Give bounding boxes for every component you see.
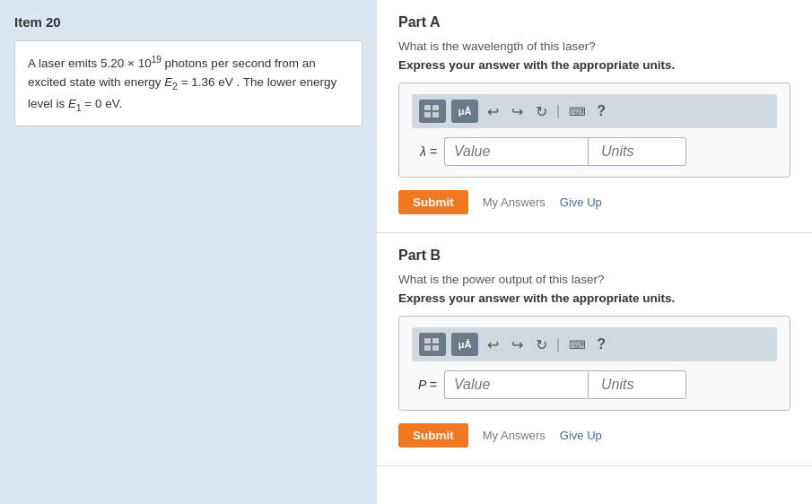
toolbar-separator: | [556, 103, 560, 119]
keyboard-icon: ⌨ [569, 105, 586, 118]
toolbar-separator-b: | [556, 336, 560, 352]
part-a-my-answers-link[interactable]: My Answers [483, 196, 546, 209]
undo-icon-b: ↩ [487, 336, 499, 353]
svg-rect-1 [432, 105, 439, 110]
part-b-grid-btn[interactable] [419, 333, 446, 356]
right-panel: Part A What is the wavelength of this la… [377, 0, 812, 504]
part-b-submit-button[interactable]: Submit [398, 423, 468, 448]
svg-rect-5 [432, 338, 439, 343]
part-b-toolbar: μÅ ↩ ↪ ↻ | ⌨ ? [412, 327, 777, 361]
part-a-toolbar: μÅ ↩ ↪ ↻ | ⌨ ? [412, 94, 777, 128]
part-a-question: What is the wavelength of this laser? [398, 39, 790, 53]
part-b-undo-btn[interactable]: ↩ [484, 335, 502, 355]
part-a-input-row: λ = [412, 137, 777, 166]
svg-rect-4 [424, 338, 431, 343]
part-a-answer-container: μÅ ↩ ↪ ↻ | ⌨ ? λ = [398, 83, 790, 178]
part-b-my-answers-link[interactable]: My Answers [483, 429, 546, 442]
part-b-give-up-link[interactable]: Give Up [560, 429, 602, 442]
problem-text: A laser emits 5.20 × 1019 photons per se… [28, 56, 336, 110]
part-a-redo-btn[interactable]: ↪ [508, 101, 527, 122]
part-a-give-up-link[interactable]: Give Up [560, 196, 602, 209]
item-title: Item 20 [14, 14, 362, 30]
refresh-icon: ↻ [536, 103, 547, 120]
keyboard-icon-b: ⌨ [569, 338, 586, 352]
svg-rect-2 [424, 112, 431, 117]
part-b-answer-container: μÅ ↩ ↪ ↻ | ⌨ ? P = [398, 316, 790, 411]
part-b-title: Part B [398, 248, 790, 264]
redo-icon: ↪ [511, 103, 523, 120]
svg-rect-0 [424, 105, 431, 110]
part-a-mu-btn[interactable]: μÅ [451, 100, 478, 123]
part-a-submit-row: Submit My Answers Give Up [398, 190, 790, 214]
grid-icon [424, 105, 441, 117]
part-a-section: Part A What is the wavelength of this la… [377, 0, 812, 233]
part-b-value-input[interactable] [444, 370, 588, 399]
svg-rect-7 [432, 345, 439, 351]
part-b-keyboard-btn[interactable]: ⌨ [565, 336, 589, 353]
part-b-mu-btn[interactable]: μÅ [451, 333, 478, 356]
part-b-redo-btn[interactable]: ↪ [508, 335, 527, 355]
svg-rect-6 [424, 345, 431, 351]
part-b-var-label: P = [412, 378, 437, 392]
part-a-refresh-btn[interactable]: ↻ [532, 101, 551, 122]
part-b-question: What is the power output of this laser? [398, 273, 790, 286]
left-panel: Item 20 A laser emits 5.20 × 1019 photon… [0, 0, 377, 504]
grid-icon-b [424, 338, 441, 351]
undo-icon: ↩ [487, 103, 499, 120]
part-a-grid-btn[interactable] [419, 100, 446, 123]
part-a-value-input[interactable] [444, 137, 588, 166]
part-b-units-input[interactable] [588, 370, 686, 399]
part-b-submit-row: Submit My Answers Give Up [398, 423, 790, 448]
part-a-help-btn[interactable]: ? [597, 103, 606, 119]
part-a-units-input[interactable] [588, 137, 686, 166]
part-b-section: Part B What is the power output of this … [377, 233, 812, 466]
part-b-help-btn[interactable]: ? [597, 336, 606, 352]
part-a-undo-btn[interactable]: ↩ [484, 101, 502, 122]
part-a-var-label: λ = [412, 144, 437, 159]
part-b-express-label: Express your answer with the appropriate… [398, 291, 790, 305]
part-a-keyboard-btn[interactable]: ⌨ [565, 103, 589, 120]
part-a-title: Part A [398, 14, 790, 30]
svg-rect-3 [432, 112, 439, 117]
part-a-submit-button[interactable]: Submit [398, 190, 468, 214]
part-a-express-label: Express your answer with the appropriate… [398, 58, 790, 72]
part-b-input-row: P = [412, 370, 777, 399]
redo-icon-b: ↪ [511, 336, 523, 353]
refresh-icon-b: ↻ [536, 336, 547, 353]
part-b-refresh-btn[interactable]: ↻ [532, 335, 551, 355]
problem-box: A laser emits 5.20 × 1019 photons per se… [14, 40, 362, 126]
